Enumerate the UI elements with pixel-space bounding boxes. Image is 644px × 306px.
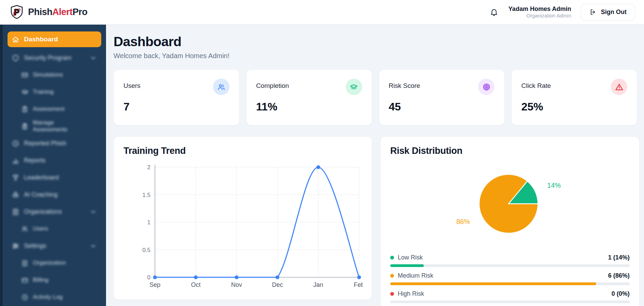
risk-legend: Low Risk1 (14%)Medium Risk6 (86%)High Ri… (390, 254, 630, 303)
sidebar-item-training[interactable]: Training (17, 84, 101, 99)
alert-triangle-icon (615, 83, 623, 91)
app-title: PhishAlertPro (28, 7, 88, 17)
sidebar-item-assessment[interactable]: Assessment (17, 102, 101, 117)
stat-card-completion: Completion11% (246, 69, 372, 125)
stat-value: 25% (521, 101, 627, 113)
graduation-cap-stat-icon (350, 83, 358, 91)
stat-value: 11% (256, 101, 362, 113)
bar-chart-icon (12, 157, 19, 164)
user-role: Organization Admin (509, 13, 571, 19)
legend-bar-track (390, 301, 630, 303)
clipboard-icon (21, 106, 28, 113)
legend-dot (390, 292, 394, 296)
clipboard-list-icon (21, 123, 28, 130)
sidebar-item-security-program[interactable]: Security Program (8, 50, 101, 65)
stat-icon-badge (478, 79, 495, 95)
notifications-button[interactable] (487, 5, 501, 19)
risk-legend-row-high-risk: High Risk0 (0%) (390, 290, 630, 303)
legend-value: 6 (86%) (608, 272, 630, 279)
sidebar-nav: DashboardSecurity ProgramSimulationsTrai… (8, 31, 101, 305)
sidebar-item-leaderboard[interactable]: Leaderboard (8, 170, 101, 185)
legend-value: 0 (0%) (612, 290, 630, 297)
logout-icon (589, 9, 596, 16)
svg-text:1.5: 1.5 (142, 192, 150, 198)
home-icon (12, 36, 19, 43)
sidebar-item-settings[interactable]: Settings (8, 238, 101, 253)
svg-text:Dec: Dec (272, 281, 283, 288)
stat-value: 7 (123, 101, 229, 113)
stat-card-users: Users7 (114, 69, 239, 125)
sidebar-item-manage-assessments[interactable]: Manage Assessments (17, 119, 101, 134)
stat-value: 45 (389, 101, 495, 113)
risk-distribution-title: Risk Distribution (390, 146, 630, 156)
sidebar-item-billing[interactable]: Billing (17, 272, 101, 288)
svg-text:1: 1 (147, 219, 150, 226)
bell-icon (490, 8, 498, 16)
svg-text:86%: 86% (456, 218, 470, 225)
legend-value: 1 (14%) (608, 254, 630, 261)
risk-legend-row-medium-risk: Medium Risk6 (86%) (390, 272, 630, 285)
chevron-down-icon[interactable] (89, 54, 97, 62)
chevron-down-icon[interactable] (89, 208, 97, 216)
stat-card-risk-score: Risk Score45 (379, 69, 505, 125)
sliders-icon (12, 242, 19, 250)
sidebar-item-reported-phish[interactable]: Reported Phish (8, 136, 101, 151)
svg-text:14%: 14% (547, 182, 561, 189)
svg-text:0: 0 (147, 274, 150, 281)
svg-text:Sep: Sep (149, 281, 160, 288)
sidebar-item-reports[interactable]: Reports (8, 153, 101, 168)
sidebar-item-organizations[interactable]: Organizations (8, 204, 101, 219)
stat-label: Click Rate (521, 82, 551, 90)
stats-row: Users7Completion11%Risk Score45Click Rat… (114, 69, 637, 125)
graduation-cap-icon (21, 89, 28, 96)
charts-row: Training Trend 00.511.52SepOctNovDecJanF… (114, 136, 637, 306)
sidebar-item-users[interactable]: Users (17, 221, 101, 236)
sidebar-item-ai-coaching[interactable]: AI Coaching (8, 187, 101, 202)
sidebar-item-dashboard[interactable]: Dashboard (8, 31, 101, 47)
chevron-down-icon[interactable] (89, 242, 97, 250)
legend-label: Low Risk (398, 254, 423, 261)
users-stat-icon (217, 83, 225, 91)
svg-text:2: 2 (147, 164, 150, 171)
bot-icon (12, 191, 19, 199)
sidebar-item-simulations[interactable]: Simulations (17, 67, 101, 82)
legend-label: Medium Risk (398, 272, 433, 279)
stat-icon-badge (611, 79, 627, 95)
svg-text:0.5: 0.5 (142, 247, 150, 253)
stat-card-click-rate: Click Rate25% (511, 69, 637, 125)
trophy-icon (12, 174, 19, 182)
stat-label: Risk Score (389, 82, 420, 90)
legend-bar-fill (390, 264, 424, 267)
page-title: Dashboard (114, 34, 637, 49)
users-icon (21, 225, 28, 232)
shield-logo-icon: P (9, 4, 25, 20)
app-header: P PhishAlertPro Yadam Homes Admin Organi… (0, 0, 644, 25)
stat-label: Users (123, 82, 141, 90)
sidebar-item-activity-log[interactable]: Activity Log (17, 290, 101, 305)
mail-icon (21, 71, 28, 79)
sidebar: DashboardSecurity ProgramSimulationsTrai… (0, 25, 106, 306)
user-info: Yadam Homes Admin Organization Admin (509, 5, 571, 19)
main-content: Dashboard Welcome back, Yadam Homes Admi… (106, 25, 644, 306)
svg-text:Nov: Nov (231, 281, 242, 288)
training-trend-card: Training Trend 00.511.52SepOctNovDecJanF… (114, 136, 372, 300)
credit-card-icon (21, 277, 28, 284)
stat-icon-badge (346, 79, 362, 95)
risk-legend-row-low-risk: Low Risk1 (14%) (390, 254, 630, 267)
svg-text:Oct: Oct (191, 281, 200, 288)
app-logo[interactable]: P PhishAlertPro (9, 4, 88, 20)
clock-alert-icon (12, 139, 19, 147)
sign-out-button[interactable]: Sign Out (581, 4, 635, 21)
welcome-message: Welcome back, Yadam Homes Admin! (114, 52, 637, 60)
risk-distribution-pie: 14%86% (390, 156, 630, 246)
stat-icon-badge (213, 79, 229, 95)
svg-text:P: P (14, 8, 19, 17)
legend-dot (390, 256, 394, 260)
training-trend-title: Training Trend (123, 146, 362, 156)
legend-bar-fill (390, 282, 596, 285)
svg-text:Jan: Jan (313, 281, 323, 288)
legend-bar-track (390, 264, 630, 267)
sidebar-scrollbar[interactable] (0, 25, 3, 306)
user-name: Yadam Homes Admin (509, 5, 571, 13)
sidebar-item-organization[interactable]: Organization (17, 255, 101, 270)
